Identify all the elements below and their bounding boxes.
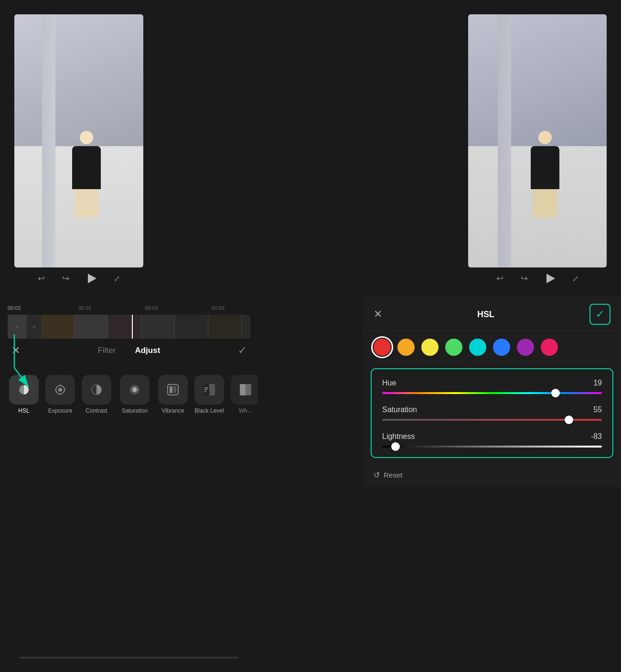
right-video-frame xyxy=(468,14,607,267)
reset-icon: ↺ xyxy=(374,470,380,480)
tool-vibrance[interactable]: Vibrance xyxy=(157,375,189,414)
left-video-panel: ↩ ↪ ⤢ xyxy=(14,14,143,289)
hue-track[interactable] xyxy=(382,392,602,394)
left-fullscreen-btn[interactable]: ⤢ xyxy=(114,274,120,283)
timeline-section: 00:02 00:02 00:04 00:06 ≡ + xyxy=(0,303,258,341)
right-controls-bar: ↩ ↪ ⤢ xyxy=(496,267,578,289)
lightness-slider-group: Lightness -83 xyxy=(382,432,602,448)
time-mark-3: 00:06 xyxy=(186,305,250,311)
tool-whitelevel[interactable]: Wh... xyxy=(229,375,258,414)
tool-blacklevel-icon-box xyxy=(194,375,224,405)
lightness-thumb[interactable] xyxy=(391,442,400,451)
hsl-close-btn[interactable]: ✕ xyxy=(374,308,382,320)
time-mark-1: 00:02 xyxy=(53,305,117,311)
right-video-panel: ↩ ↪ ⤢ xyxy=(468,14,607,289)
tool-contrast[interactable]: Contrast xyxy=(80,375,113,414)
sliders-panel: Hue 19 Saturation 55 L xyxy=(371,368,613,458)
tool-exposure-icon-box xyxy=(45,375,75,405)
tool-exposure-label: Exposure xyxy=(48,407,73,414)
lightness-label: Lightness xyxy=(382,432,415,441)
saturation-track[interactable] xyxy=(382,419,602,421)
tool-saturation[interactable]: Saturation xyxy=(117,375,153,414)
svg-point-6 xyxy=(58,388,62,392)
saturation-thumb[interactable] xyxy=(565,416,573,424)
hsl-header: ✕ HSL ✓ xyxy=(363,296,621,331)
reset-row[interactable]: ↺ Reset xyxy=(363,463,621,487)
color-dot-purple[interactable] xyxy=(517,339,534,356)
left-controls-bar: ↩ ↪ ⤢ xyxy=(38,267,120,289)
reset-label: Reset xyxy=(384,471,402,479)
svg-point-9 xyxy=(132,387,137,392)
filter-adjust-bar: ✕ Filter Adjust ✓ xyxy=(0,339,258,362)
color-dot-blue[interactable] xyxy=(493,339,510,356)
playhead xyxy=(132,315,133,339)
tool-vibrance-label: Vibrance xyxy=(161,407,184,414)
tool-saturation-icon-box xyxy=(120,375,150,405)
color-dot-pink[interactable] xyxy=(541,339,558,356)
filter-close-btn[interactable]: ✕ xyxy=(11,344,20,357)
tool-whitelevel-label: Wh... xyxy=(239,407,252,414)
filter-check-btn[interactable]: ✓ xyxy=(238,344,246,357)
svg-rect-17 xyxy=(204,391,206,392)
saturation-slider-group: Saturation 55 xyxy=(382,405,602,421)
right-redo-btn[interactable]: ↪ xyxy=(521,273,528,284)
tab-group: Filter Adjust xyxy=(98,346,161,355)
tool-hsl[interactable]: HSL xyxy=(8,375,40,414)
color-dot-cyan[interactable] xyxy=(469,339,486,356)
right-fullscreen-btn[interactable]: ⤢ xyxy=(572,274,578,283)
color-dot-orange[interactable] xyxy=(397,339,415,356)
videos-row: ↩ ↪ ⤢ ↩ xyxy=(0,0,621,289)
hsl-check-btn[interactable]: ✓ xyxy=(589,304,610,325)
svg-rect-19 xyxy=(240,384,246,395)
hue-value: 19 xyxy=(593,379,602,387)
exposure-icon xyxy=(53,383,67,397)
contrast-icon xyxy=(89,383,104,397)
tool-contrast-icon-box xyxy=(82,375,111,405)
tools-row: HSL Exposure xyxy=(0,370,258,424)
tab-filter[interactable]: Filter xyxy=(98,346,116,355)
blacklevel-icon xyxy=(202,383,216,397)
svg-rect-15 xyxy=(204,387,208,388)
svg-rect-12 xyxy=(173,386,176,393)
color-dot-green[interactable] xyxy=(445,339,462,356)
hue-label: Hue xyxy=(382,379,396,387)
svg-rect-16 xyxy=(204,389,207,390)
timeline-track: ≡ + xyxy=(8,315,250,339)
whitelevel-icon xyxy=(238,383,253,397)
hue-slider-group: Hue 19 xyxy=(382,379,602,394)
current-time: 00:02 xyxy=(8,305,51,311)
vibrance-icon xyxy=(166,383,180,397)
tool-vibrance-icon-box xyxy=(158,375,188,405)
color-dot-red[interactable] xyxy=(374,339,391,356)
svg-rect-10 xyxy=(168,384,178,395)
tool-exposure[interactable]: Exposure xyxy=(44,375,76,414)
tool-whitelevel-icon-box xyxy=(231,375,258,405)
right-undo-btn[interactable]: ↩ xyxy=(496,273,503,284)
left-play-btn[interactable] xyxy=(86,274,96,283)
tool-blacklevel[interactable]: Black Level xyxy=(193,375,225,414)
saturation-label: Saturation xyxy=(382,405,417,414)
tool-hsl-icon-box xyxy=(9,375,39,405)
tab-adjust[interactable]: Adjust xyxy=(135,346,160,355)
saturation-value: 55 xyxy=(593,405,602,414)
right-play-btn[interactable] xyxy=(545,274,555,283)
left-redo-btn[interactable]: ↪ xyxy=(62,273,69,284)
hsl-title: HSL xyxy=(477,309,494,320)
tool-contrast-label: Contrast xyxy=(86,407,107,414)
lightness-track[interactable] xyxy=(382,446,602,448)
left-undo-btn[interactable]: ↩ xyxy=(38,273,45,284)
saturation-icon xyxy=(128,383,142,397)
time-mark-2: 00:04 xyxy=(119,305,183,311)
bottom-divider xyxy=(19,657,239,659)
time-ruler: 00:02 00:02 00:04 00:06 xyxy=(0,303,258,313)
tool-blacklevel-label: Black Level xyxy=(194,407,224,414)
hue-thumb[interactable] xyxy=(551,389,560,397)
hsl-icon xyxy=(16,382,32,397)
svg-rect-11 xyxy=(170,386,172,393)
color-dot-yellow[interactable] xyxy=(421,339,439,356)
tool-hsl-label: HSL xyxy=(18,407,29,414)
color-dots-row xyxy=(363,331,621,363)
hsl-panel: ✕ HSL ✓ Hue 19 xyxy=(363,296,621,487)
lightness-value: -83 xyxy=(591,432,602,441)
tool-saturation-label: Saturation xyxy=(122,407,148,414)
